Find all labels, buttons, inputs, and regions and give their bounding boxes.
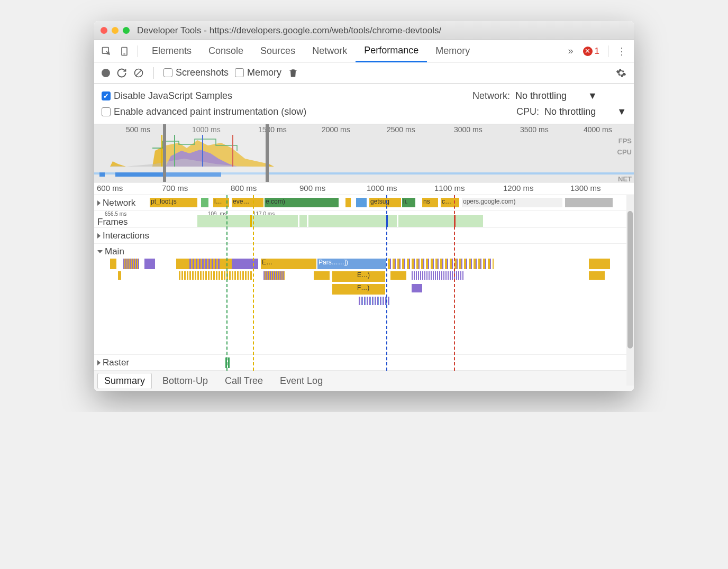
- marker-line: [226, 195, 228, 371]
- flame-bar[interactable]: [179, 271, 253, 280]
- flame-bar[interactable]: [123, 259, 139, 269]
- frames-track[interactable]: Frames 656.5 ms 109. ms 117.0 ms: [94, 211, 634, 228]
- marker-line: [386, 195, 387, 371]
- net-bar[interactable]: pt_foot.js: [150, 198, 197, 207]
- tab-summary[interactable]: Summary: [97, 373, 152, 389]
- flame-bar[interactable]: Pars……]): [317, 259, 386, 269]
- enable-paint-checkbox[interactable]: Enable advanced paint instrumentation (s…: [102, 106, 516, 117]
- main-track[interactable]: Main E… Pars……]): [94, 244, 634, 355]
- minimize-icon[interactable]: [112, 27, 119, 34]
- flame-bar[interactable]: [390, 271, 406, 280]
- maximize-icon[interactable]: [123, 27, 130, 34]
- flame-bar[interactable]: [589, 271, 605, 280]
- ov-tick: 500 ms: [126, 125, 150, 134]
- reload-button[interactable]: [116, 68, 127, 78]
- marker-line: [253, 195, 254, 371]
- flame-bar[interactable]: [263, 271, 285, 280]
- chevron-right-icon: [97, 233, 101, 238]
- devtools-window: Developer Tools - https://developers.goo…: [94, 21, 634, 391]
- ruler-tick: 900 ms: [299, 183, 325, 192]
- flame-bar[interactable]: [144, 259, 155, 269]
- flame-bar[interactable]: E…: [261, 259, 316, 269]
- scrollbar-thumb[interactable]: [627, 211, 633, 348]
- settings-gear-icon[interactable]: [616, 68, 626, 78]
- flame-bar[interactable]: [189, 259, 221, 269]
- vertical-scrollbar[interactable]: [626, 195, 634, 386]
- overview-timeline[interactable]: 500 ms 1000 ms 1500 ms 2000 ms 2500 ms 3…: [94, 124, 634, 182]
- tab-elements[interactable]: Elements: [143, 40, 200, 62]
- net-bar[interactable]: opers.google.com): [462, 198, 562, 207]
- flame-bar[interactable]: [110, 259, 116, 269]
- tab-call-tree[interactable]: Call Tree: [219, 373, 269, 389]
- ov-tick: 4000 ms: [584, 125, 612, 134]
- net-bar[interactable]: getsug: [369, 198, 401, 207]
- ov-tick: 2500 ms: [387, 125, 415, 134]
- memory-checkbox[interactable]: Memory: [235, 67, 281, 78]
- flame-bar[interactable]: E…): [356, 271, 385, 282]
- main-label: Main: [105, 246, 124, 257]
- flame-bar[interactable]: [412, 284, 422, 292]
- record-button[interactable]: [102, 69, 110, 77]
- chevron-right-icon: [97, 200, 101, 206]
- net-bar[interactable]: ns: [422, 198, 438, 207]
- tab-bottom-up[interactable]: Bottom-Up: [156, 373, 214, 389]
- tab-network[interactable]: Network: [304, 40, 356, 62]
- overview-selection-handle[interactable]: [163, 124, 269, 182]
- frame-bar: [250, 215, 252, 227]
- bottom-tabs: Summary Bottom-Up Call Tree Event Log: [94, 371, 634, 391]
- tab-performance[interactable]: Performance: [356, 40, 427, 62]
- net-bar[interactable]: [565, 198, 613, 207]
- tab-event-log[interactable]: Event Log: [274, 373, 329, 389]
- cpu-value: No throttling: [544, 106, 596, 117]
- net-bar[interactable]: [201, 198, 208, 207]
- tab-sources[interactable]: Sources: [252, 40, 304, 62]
- net-bar[interactable]: eve…: [232, 198, 263, 207]
- flame-bar[interactable]: [412, 271, 465, 280]
- kebab-menu-icon[interactable]: ⋮: [614, 45, 630, 57]
- ruler-tick: 1100 ms: [434, 183, 465, 192]
- divider: [153, 67, 154, 79]
- frame-gap: [397, 215, 398, 227]
- flame-bar[interactable]: [359, 297, 390, 305]
- raster-bar[interactable]: [228, 357, 230, 368]
- net-bar[interactable]: [345, 198, 351, 207]
- network-label: Network: [103, 198, 135, 208]
- ov-tick: 3500 ms: [520, 125, 549, 134]
- interactions-track[interactable]: Interactions: [94, 228, 634, 244]
- net-bar[interactable]: [356, 198, 367, 207]
- flame-bar[interactable]: [232, 259, 258, 269]
- tab-memory[interactable]: Memory: [427, 40, 478, 62]
- flame-bar[interactable]: [589, 259, 610, 269]
- disable-js-label: Disable JavaScript Samples: [114, 90, 232, 102]
- overflow-tabs-icon[interactable]: »: [564, 45, 578, 57]
- clear-button[interactable]: [133, 68, 144, 78]
- screenshots-label: Screenshots: [176, 67, 229, 78]
- flame-chart: 600 ms 700 ms 800 ms 900 ms 1000 ms 1100…: [94, 182, 634, 371]
- close-icon[interactable]: [101, 27, 107, 34]
- net-bar[interactable]: c…: [441, 198, 459, 207]
- net-bar[interactable]: e.com): [265, 198, 339, 207]
- flame-bar[interactable]: [388, 259, 494, 269]
- network-value: No throttling: [515, 90, 567, 102]
- disable-js-samples-checkbox[interactable]: Disable JavaScript Samples: [102, 90, 472, 102]
- raster-track[interactable]: Raster: [94, 355, 634, 371]
- flame-bar[interactable]: [118, 271, 121, 280]
- checkbox-checked-icon: [102, 91, 111, 100]
- flame-bar[interactable]: F…): [356, 284, 385, 295]
- ruler-tick: 1200 ms: [503, 183, 534, 192]
- cpu-throttling-select[interactable]: No throttling ▼: [544, 106, 626, 117]
- error-badge[interactable]: ✕ 1: [580, 46, 603, 57]
- tab-console[interactable]: Console: [200, 40, 252, 62]
- device-toggle-icon[interactable]: [116, 43, 132, 59]
- checkbox-icon: [235, 68, 244, 77]
- checkbox-icon: [102, 107, 111, 116]
- chevron-right-icon: [97, 360, 101, 365]
- inspect-icon[interactable]: [98, 43, 114, 59]
- network-throttling-select[interactable]: No throttling ▼: [515, 90, 626, 102]
- trash-button[interactable]: [288, 68, 298, 78]
- flame-bar[interactable]: [314, 271, 330, 280]
- screenshots-checkbox[interactable]: Screenshots: [163, 67, 229, 78]
- network-track[interactable]: Network pt_foot.js l… eve… e.com) getsug…: [94, 195, 634, 211]
- net-bar[interactable]: li.: [402, 198, 415, 207]
- ruler-tick: 1000 ms: [367, 183, 397, 192]
